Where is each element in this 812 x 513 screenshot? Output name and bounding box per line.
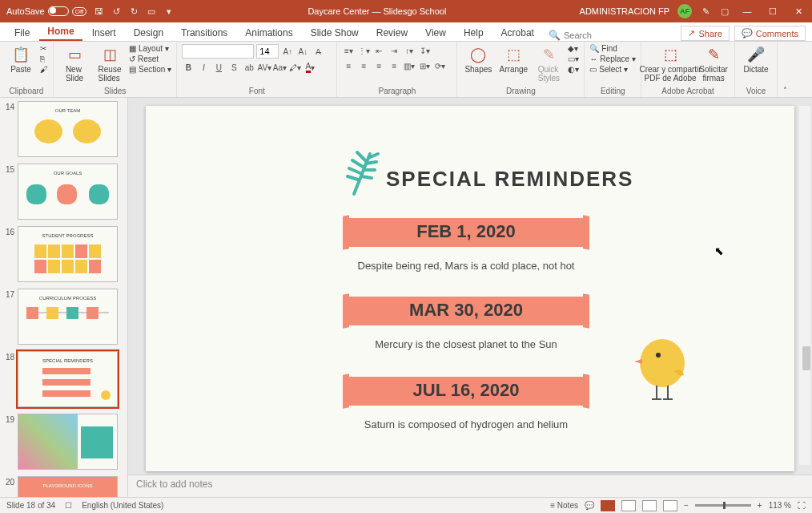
redo-icon[interactable]: ↻ <box>128 6 139 17</box>
highlight-button[interactable]: 🖍▾ <box>288 61 301 74</box>
tab-transitions[interactable]: Transitions <box>173 24 235 41</box>
columns-button[interactable]: ▥▾ <box>403 59 416 72</box>
shape-effects-button[interactable]: ◐▾ <box>568 65 579 74</box>
desc-1[interactable]: Despite being red, Mars is a cold place,… <box>266 260 666 272</box>
tab-design[interactable]: Design <box>126 24 171 41</box>
notes-pane[interactable]: Click to add notes <box>128 475 812 497</box>
justify-button[interactable]: ≡ <box>388 59 400 72</box>
line-spacing-button[interactable]: ↕▾ <box>403 44 416 57</box>
bold-button[interactable]: B <box>182 61 195 74</box>
tab-home[interactable]: Home <box>39 22 82 41</box>
quick-styles-button[interactable]: ✎Quick Styles <box>533 44 565 83</box>
reuse-slides-button[interactable]: ◫Reuse Slides <box>94 44 126 83</box>
slideshow-view-button[interactable] <box>663 500 677 511</box>
slide-canvas[interactable]: SPECIAL REMINDERS FEB 1, 2020 Despite be… <box>128 98 812 475</box>
copy-button[interactable]: ⎘ <box>40 55 48 63</box>
save-icon[interactable]: 🖫 <box>93 6 104 16</box>
format-painter-button[interactable]: 🖌 <box>40 65 48 74</box>
zoom-level[interactable]: 113 % <box>769 501 791 510</box>
start-from-beginning-icon[interactable]: ▭ <box>146 6 157 17</box>
change-case-button[interactable]: Aa▾ <box>273 61 286 74</box>
thumbnail-14[interactable]: OUR TEAM <box>18 101 118 157</box>
thumbnail-18[interactable]: SPECIAL REMINDERS <box>18 351 118 407</box>
tab-review[interactable]: Review <box>368 24 416 41</box>
text-direction-button[interactable]: ↧▾ <box>418 44 431 57</box>
align-left-button[interactable]: ≡ <box>342 59 355 72</box>
font-color-button[interactable]: A▾ <box>303 61 316 74</box>
underline-button[interactable]: U <box>212 61 225 74</box>
user-avatar[interactable]: AF <box>677 4 692 18</box>
find-button[interactable]: 🔍 Find <box>589 44 636 53</box>
notes-toggle[interactable]: ≡ Notes <box>550 501 578 510</box>
reading-view-button[interactable] <box>642 500 657 511</box>
normal-view-button[interactable] <box>601 500 615 511</box>
font-family-input[interactable] <box>182 44 254 59</box>
accessibility-icon[interactable]: ☐ <box>65 501 72 510</box>
minimize-button[interactable]: — <box>738 6 756 16</box>
thumbnail-20[interactable]: PLAYGROUND ICONS <box>18 476 118 497</box>
adobe-sign-button[interactable]: ✎Solicitar firmas <box>697 44 730 83</box>
undo-icon[interactable]: ↺ <box>111 6 122 17</box>
collapse-ribbon-button[interactable]: ˄ <box>778 42 792 97</box>
indent-inc-button[interactable]: ⇥ <box>388 44 400 57</box>
align-center-button[interactable]: ≡ <box>357 59 370 72</box>
comments-button[interactable]: 💬Comments <box>734 26 806 41</box>
reset-button[interactable]: ↺ Reset <box>129 55 171 63</box>
decrease-font-icon[interactable]: A↓ <box>296 45 309 58</box>
align-right-button[interactable]: ≡ <box>372 59 385 72</box>
date-2[interactable]: MAR 30, 2020 <box>346 300 586 321</box>
tell-me-search[interactable]: 🔍 <box>549 30 612 41</box>
bullets-button[interactable]: ≡▾ <box>342 44 355 57</box>
smartart-button[interactable]: ⟳▾ <box>433 59 446 72</box>
tab-slideshow[interactable]: Slide Show <box>303 24 367 41</box>
ribbon-options-icon[interactable]: ▢ <box>719 6 730 17</box>
qat-dropdown-icon[interactable]: ▾ <box>163 6 175 17</box>
font-size-input[interactable] <box>256 44 279 59</box>
shape-outline-button[interactable]: ▭▾ <box>568 55 579 63</box>
close-button[interactable]: ✕ <box>790 6 807 17</box>
tab-help[interactable]: Help <box>456 24 492 41</box>
replace-button[interactable]: ↔ Replace ▾ <box>589 55 636 63</box>
layout-button[interactable]: ▦ Layout ▾ <box>129 44 171 53</box>
zoom-out-button[interactable]: − <box>684 501 689 510</box>
fit-to-window-button[interactable]: ⛶ <box>798 501 806 510</box>
share-button[interactable]: ↗Share <box>681 26 729 41</box>
maximize-button[interactable]: ☐ <box>764 6 782 17</box>
comments-status-icon[interactable]: 💬 <box>585 501 594 510</box>
tab-view[interactable]: View <box>417 24 454 41</box>
increase-font-icon[interactable]: A↑ <box>281 45 294 58</box>
desc-2[interactable]: Mercury is the closest planet to the Sun <box>266 338 666 350</box>
tab-animations[interactable]: Animations <box>237 24 300 41</box>
cut-button[interactable]: ✂ <box>40 44 48 53</box>
select-button[interactable]: ▭ Select ▾ <box>589 65 636 74</box>
numbering-button[interactable]: ⋮▾ <box>357 44 370 57</box>
language-status[interactable]: English (United States) <box>82 501 163 510</box>
thumbnail-pane[interactable]: 14OUR TEAM 15OUR GOALS 16STUDENT PROGRES… <box>0 98 128 497</box>
new-slide-button[interactable]: ▭New Slide <box>58 44 90 83</box>
thumbnail-15[interactable]: OUR GOALS <box>18 164 118 220</box>
paste-button[interactable]: 📋Paste <box>5 44 37 74</box>
shadow-button[interactable]: ab <box>243 61 255 74</box>
thumbnail-19[interactable] <box>18 414 118 470</box>
desc-3[interactable]: Saturn is composed of hydrogen and heliu… <box>266 418 666 430</box>
char-spacing-button[interactable]: AV▾ <box>258 61 271 74</box>
scroll-thumb[interactable] <box>802 346 810 370</box>
italic-button[interactable]: I <box>197 61 210 74</box>
search-input[interactable] <box>564 30 612 40</box>
adobe-share-button[interactable]: ⬚Crear y compartir PDF de Adobe <box>646 44 694 83</box>
shape-fill-button[interactable]: ◆▾ <box>568 44 579 53</box>
tab-file[interactable]: File <box>6 24 38 41</box>
arrange-button[interactable]: ⬚Arrange <box>497 44 529 74</box>
slide-title[interactable]: SPECIAL REMINDERS <box>386 167 633 192</box>
sorter-view-button[interactable] <box>621 500 636 511</box>
clear-format-icon[interactable]: A̶ <box>312 45 324 58</box>
tab-acrobat[interactable]: Acrobat <box>493 24 542 41</box>
date-3[interactable]: JUL 16, 2020 <box>346 380 586 401</box>
zoom-slider[interactable] <box>695 504 751 507</box>
align-text-button[interactable]: ⊞▾ <box>418 59 431 72</box>
coming-soon-icon[interactable]: ✎ <box>700 6 711 17</box>
dictate-button[interactable]: 🎤Dictate <box>740 44 772 74</box>
autosave-switch[interactable] <box>48 6 69 16</box>
indent-dec-button[interactable]: ⇤ <box>372 44 385 57</box>
vertical-scrollbar[interactable] <box>799 106 810 465</box>
